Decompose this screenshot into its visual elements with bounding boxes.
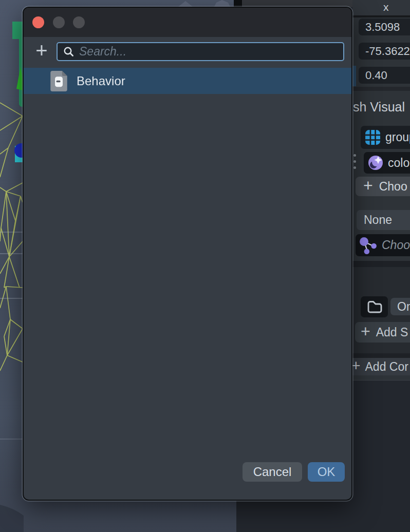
grid-icon xyxy=(365,129,381,145)
axis-x-label: x xyxy=(383,1,389,13)
on-chip-label: On xyxy=(397,300,410,314)
cancel-button[interactable]: Cancel xyxy=(243,462,302,482)
inspector-panel: x 3.5098 -75.3622 0.40 sh Visual group c… xyxy=(352,0,410,532)
drag-handle-icon[interactable] xyxy=(353,154,357,169)
navmesh-wireframe xyxy=(0,103,23,371)
group-chip-label: group xyxy=(385,130,410,144)
top-panel-strip xyxy=(242,0,353,7)
triangle-icon xyxy=(178,1,193,7)
choose-resource-field[interactable]: Choo xyxy=(356,234,410,256)
minimize-traffic-light[interactable] xyxy=(53,16,65,28)
list-item-label: Behavior xyxy=(77,74,125,88)
selection-sliver xyxy=(352,66,356,86)
divider xyxy=(352,87,410,91)
zoom-traffic-light[interactable] xyxy=(73,16,85,28)
picker-dialog: + Behavior Cancel OK xyxy=(23,7,352,501)
ground-shadow xyxy=(0,505,24,532)
plus-icon: + xyxy=(351,357,361,374)
color-chip-label: colo xyxy=(388,156,409,170)
list-item-behavior[interactable]: Behavior xyxy=(24,68,351,94)
x-value-field-1[interactable]: 3.5098 xyxy=(359,18,410,35)
add-script-label: Add S xyxy=(376,326,408,339)
script-document-icon xyxy=(50,71,67,91)
none-dropdown-value: None xyxy=(364,213,392,227)
search-field[interactable] xyxy=(57,42,344,61)
none-dropdown[interactable]: None xyxy=(357,210,410,230)
choose-button[interactable]: + Choo xyxy=(356,177,410,196)
choose-resource-label: Choo xyxy=(382,238,410,252)
panel-gap xyxy=(234,0,242,7)
sparkle-icon xyxy=(368,155,383,170)
search-input[interactable] xyxy=(79,45,343,59)
section-title-visual: sh Visual xyxy=(353,100,405,115)
panel-empty-area xyxy=(352,380,410,532)
folder-icon xyxy=(367,300,382,314)
inspector-header: x xyxy=(352,0,410,15)
node-graph-icon xyxy=(359,236,378,255)
search-icon xyxy=(63,46,74,57)
close-traffic-light[interactable] xyxy=(32,16,44,28)
on-chip[interactable]: On xyxy=(390,298,410,315)
dialog-titlebar[interactable] xyxy=(24,8,351,37)
add-script-button[interactable]: + Add S xyxy=(355,322,410,343)
divider xyxy=(352,353,410,358)
folder-button[interactable] xyxy=(361,296,388,317)
pentagon-icon xyxy=(214,0,230,7)
divider xyxy=(352,15,410,17)
add-item-button[interactable]: + xyxy=(33,40,50,62)
x-value-field-3[interactable]: 0.40 xyxy=(359,67,410,84)
ok-button[interactable]: OK xyxy=(308,462,345,482)
add-component-label: Add Cor xyxy=(365,360,408,374)
group-chip[interactable]: group xyxy=(361,126,410,149)
choose-button-label: Choo xyxy=(379,180,407,194)
plus-icon: + xyxy=(363,176,373,195)
divider xyxy=(352,261,410,267)
plus-icon: + xyxy=(361,322,370,341)
x-value-field-2[interactable]: -75.3622 xyxy=(359,43,410,60)
color-chip[interactable]: colo xyxy=(364,152,410,174)
add-component-button[interactable]: + Add Cor xyxy=(350,358,410,375)
